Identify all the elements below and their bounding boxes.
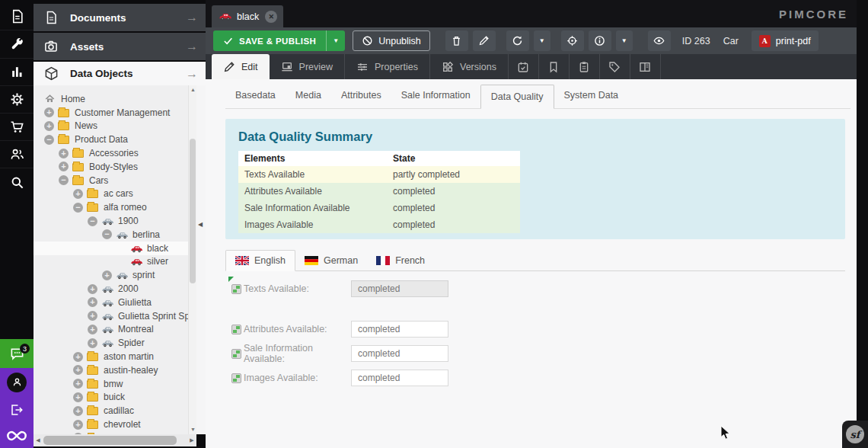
tree-horizontal-scrollbar[interactable]: ◀ ▶ [34,434,196,446]
subtab-attributes[interactable]: Attributes [331,84,391,108]
tree-item[interactable]: +austin-healey [34,363,196,377]
tab-notes[interactable] [539,54,570,79]
plus-expander-icon[interactable]: + [88,297,97,307]
tree-item[interactable]: +aston martin [34,350,196,363]
scroll-right-icon[interactable]: ▶ [187,434,196,446]
search-icon[interactable] [0,168,34,196]
tree-item[interactable]: +ac cars [34,187,196,201]
reports-bar-chart-icon[interactable] [0,59,34,86]
plus-expander-icon[interactable]: + [73,352,83,362]
tree-item[interactable]: +buick [34,391,196,405]
plus-expander-icon[interactable]: + [73,406,83,416]
tree-item[interactable]: silver [34,255,196,269]
tab-language-english[interactable]: English [225,250,295,271]
minus-expander-icon[interactable]: − [102,229,112,239]
settings-gear-icon[interactable] [0,86,34,114]
open-preview-button[interactable] [648,30,671,51]
ecommerce-cart-icon[interactable] [0,114,34,141]
subtab-basedata[interactable]: Basedata [225,84,286,108]
panel-splitter[interactable]: ◀ [196,85,206,434]
close-icon[interactable]: ✕ [265,11,277,23]
plus-expander-icon[interactable]: + [59,149,69,158]
user-avatar-icon[interactable] [0,368,34,396]
plus-expander-icon[interactable]: + [88,311,97,321]
collapse-left-icon[interactable]: ◀ [198,221,203,228]
plus-expander-icon[interactable]: + [102,270,112,280]
texts-available-input[interactable] [351,280,448,297]
tree-item[interactable]: +Giulietta [34,296,196,309]
tab-schedule[interactable] [509,54,539,79]
tree-item[interactable]: −berlina [34,228,196,242]
sale-information-available-input[interactable] [351,345,448,362]
rename-button[interactable] [473,30,496,51]
unpublish-button[interactable]: Unpublish [353,30,430,51]
tree-vertical-scrollbar[interactable]: ▲ ▼ [188,85,196,434]
print-pdf-button[interactable]: A print-pdf [752,30,819,51]
documents-module-icon[interactable] [0,3,34,30]
tree-item-home[interactable]: Home [34,92,196,106]
plus-expander-icon[interactable]: + [73,365,83,375]
subtab-system-data[interactable]: System Data [554,84,629,108]
users-icon[interactable] [0,141,34,168]
plus-expander-icon[interactable]: + [73,392,83,402]
minus-expander-icon[interactable]: − [88,216,97,226]
scrollbar-thumb[interactable] [43,436,177,445]
tree-item[interactable]: −Product Data [34,133,196,146]
delete-button[interactable] [445,30,468,51]
notifications-chat-icon[interactable]: 3 [0,339,34,368]
plus-expander-icon[interactable]: + [73,379,83,389]
subtab-data-quality[interactable]: Data Quality [480,85,554,109]
plus-expander-icon[interactable]: + [44,107,54,117]
tab-edit[interactable]: Edit [212,54,270,79]
plus-expander-icon[interactable]: + [59,162,69,171]
scrollbar-thumb[interactable] [190,139,196,283]
locate-in-tree-button[interactable] [561,30,584,51]
save-dropdown-caret[interactable]: ▼ [326,30,345,51]
plus-expander-icon[interactable]: + [73,420,83,430]
symfony-debug-toolbar-toggle[interactable]: sf [842,421,868,448]
tree-item[interactable]: +cadillac [34,404,196,418]
tree-item[interactable]: −Cars [34,174,196,187]
tree-item[interactable]: +News [34,120,196,133]
minus-expander-icon[interactable]: − [73,203,83,213]
scroll-left-icon[interactable]: ◀ [34,434,43,446]
tab-reports[interactable] [570,54,600,79]
tab-workflow[interactable] [630,54,661,79]
save-publish-button[interactable]: SAVE & PUBLISH ▼ [213,30,345,51]
tree-item[interactable]: +bmw [34,377,196,391]
sidebar-panel-documents[interactable]: Documents → [34,4,206,31]
plus-expander-icon[interactable]: + [88,284,97,294]
plus-expander-icon[interactable]: + [88,325,97,334]
pimcore-infinity-logo[interactable] [0,423,34,448]
tab-versions[interactable]: Versions [430,54,509,79]
subtab-sale-information[interactable]: Sale Information [391,84,480,108]
tab-properties[interactable]: Properties [345,54,430,79]
tree-item[interactable]: +Customer Management [34,106,196,120]
tab-language-german[interactable]: German [295,250,367,271]
info-button[interactable] [589,30,611,51]
images-available-input[interactable] [351,370,448,386]
tab-language-french[interactable]: French [367,250,434,271]
tree-item[interactable]: +Gulietta Sprint Specia [34,309,196,323]
tree-item[interactable]: +sprint [34,268,196,282]
logout-icon[interactable] [0,396,34,423]
minus-expander-icon[interactable]: − [59,175,69,185]
plus-expander-icon[interactable]: + [88,338,97,348]
plus-expander-icon[interactable]: + [44,121,54,131]
tools-wrench-icon[interactable] [0,31,34,59]
sidebar-panel-assets[interactable]: Assets → [34,33,206,60]
plus-expander-icon[interactable]: + [73,189,83,199]
tab-black[interactable]: black ✕ [212,5,283,27]
tree-item[interactable]: +Accessories [34,146,196,160]
minus-expander-icon[interactable]: − [44,135,54,145]
tree-item[interactable]: −alfa romeo [34,200,196,214]
tab-preview[interactable]: Preview [270,54,345,79]
tree-item[interactable]: +Spider [34,336,196,350]
info-dropdown-caret[interactable]: ▼ [616,30,633,51]
sidebar-panel-data-objects[interactable]: Data Objects → [34,62,206,85]
tree-item[interactable]: +Body-Styles [34,160,196,174]
tree-item[interactable]: −1900 [34,214,196,228]
reload-button[interactable] [506,30,529,51]
tree-item[interactable]: +Montreal [34,323,196,337]
tab-tags[interactable] [600,54,630,79]
